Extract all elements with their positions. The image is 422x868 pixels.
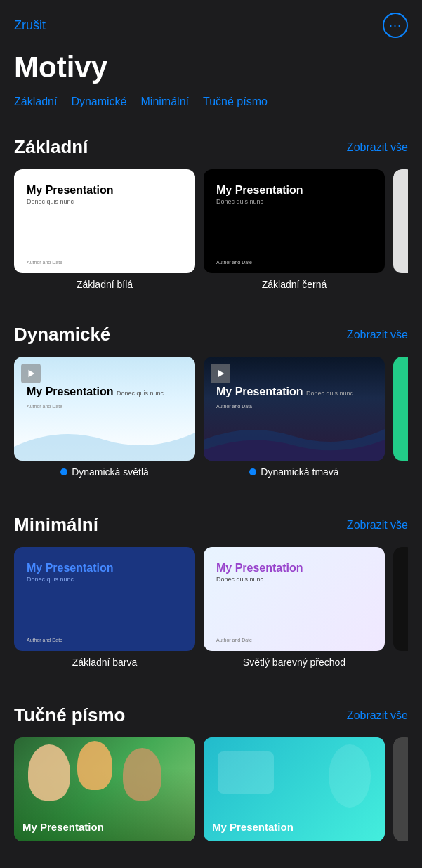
slide-title: My Presentation bbox=[27, 561, 183, 574]
card-tucne-2[interactable]: My Presentation bbox=[204, 737, 385, 841]
slide-title: My Presentation bbox=[216, 561, 372, 574]
section-header-tucne: Tučné písmo Zobrazit vše bbox=[14, 704, 408, 726]
card-label-zakladni-cerna: Základní černá bbox=[262, 279, 327, 290]
card-tucne-1[interactable]: My Presentation bbox=[14, 737, 195, 841]
section-title-dynamicke: Dynamické bbox=[14, 324, 110, 346]
play-icon bbox=[211, 364, 230, 383]
slide-author: Author and Data bbox=[27, 404, 62, 409]
slide-title: My Presentation bbox=[22, 821, 104, 833]
thumb-zakladni-cerna: My Presentation Donec quis nunc Author a… bbox=[204, 169, 385, 273]
section-dynamicke: Dynamické Zobrazit vše My Presentation D… bbox=[0, 310, 422, 490]
slide-subtitle: Donec quis nunc bbox=[216, 576, 372, 583]
more-options-button[interactable]: ··· bbox=[383, 13, 408, 38]
slide-author: Author and Data bbox=[216, 404, 252, 409]
card-partial-dynamicke bbox=[393, 357, 408, 478]
tab-zakladni[interactable]: Základní bbox=[14, 96, 57, 108]
card-zakladni-barva[interactable]: My Presentation Donec quis nunc Author a… bbox=[14, 547, 195, 668]
slide-subtitle: Donec quis nunc bbox=[27, 576, 183, 583]
section-header-zakladni: Základní Zobrazit vše bbox=[14, 136, 408, 158]
section-title-tucne: Tučné písmo bbox=[14, 704, 125, 726]
header: Zrušit ··· bbox=[0, 0, 422, 45]
slide-title: My Presentation bbox=[216, 386, 303, 397]
thumb-svetly-barevny-prechod: My Presentation Donec quis nunc Author a… bbox=[204, 547, 385, 651]
label-text: Dynamická tmavá bbox=[261, 466, 338, 478]
tab-tucne[interactable]: Tučné písmo bbox=[203, 96, 268, 108]
card-label-svetly-barevny-prechod: Světlý barevný přechod bbox=[243, 657, 345, 668]
slide-author: Author and Date bbox=[27, 260, 183, 265]
card-partial-minimalni bbox=[393, 547, 408, 668]
slide-author: Author and Date bbox=[216, 638, 372, 643]
section-minimalni: Minimální Zobrazit vše My Presentation D… bbox=[0, 500, 422, 680]
card-zakladni-bila[interactable]: My Presentation Donec quis nunc Author a… bbox=[14, 169, 195, 290]
category-tabs: Základní Dynamické Minimální Tučné písmo bbox=[0, 96, 422, 122]
thumb-dynamicka-svetla: My Presentation Donec quis nunc Author a… bbox=[14, 357, 195, 461]
tucne-cards-row: My Presentation My Presentation bbox=[14, 737, 408, 847]
slide-title: My Presentation bbox=[27, 386, 114, 397]
slide-title: My Presentation bbox=[27, 183, 183, 197]
show-all-minimalni[interactable]: Zobrazit vše bbox=[347, 519, 408, 532]
cancel-button[interactable]: Zrušit bbox=[14, 18, 46, 33]
dot-tmava bbox=[249, 468, 256, 475]
card-label-dynamicka-svetla: Dynamická světlá bbox=[60, 466, 149, 478]
card-zakladni-cerna[interactable]: My Presentation Donec quis nunc Author a… bbox=[204, 169, 385, 290]
card-partial-zakladni bbox=[393, 169, 408, 290]
slide-author: Author and Date bbox=[27, 638, 183, 643]
thumb-tucne-1: My Presentation bbox=[14, 737, 195, 841]
slide-subtitle: Donec quis nunc bbox=[27, 198, 183, 205]
section-title-minimalni: Minimální bbox=[14, 514, 98, 536]
dynamicke-cards-row: My Presentation Donec quis nunc Author a… bbox=[14, 357, 408, 483]
thumb-zakladni-barva: My Presentation Donec quis nunc Author a… bbox=[14, 547, 195, 651]
slide-title: My Presentation bbox=[216, 183, 372, 197]
show-all-tucne[interactable]: Zobrazit vše bbox=[347, 709, 408, 722]
card-label-zakladni-barva: Základní barva bbox=[72, 657, 138, 668]
svg-marker-0 bbox=[29, 370, 35, 378]
show-all-zakladni[interactable]: Zobrazit vše bbox=[347, 141, 408, 154]
more-icon: ··· bbox=[389, 19, 402, 32]
card-dynamicka-svetla[interactable]: My Presentation Donec quis nunc Author a… bbox=[14, 357, 195, 478]
section-title-zakladni: Základní bbox=[14, 136, 88, 158]
show-all-dynamicke[interactable]: Zobrazit vše bbox=[347, 329, 408, 341]
zakladni-cards-row: My Presentation Donec quis nunc Author a… bbox=[14, 169, 408, 296]
slide-subtitle: Donec quis nunc bbox=[117, 390, 164, 397]
slide-subtitle: Donec quis nunc bbox=[216, 198, 372, 205]
play-icon bbox=[21, 364, 41, 383]
slide-subtitle: Donec quis nunc bbox=[306, 390, 353, 397]
card-label-zakladni-bila: Základní bílá bbox=[77, 279, 133, 290]
svg-marker-1 bbox=[218, 370, 225, 378]
page-title: Motivy bbox=[0, 45, 422, 96]
tab-dynamicke[interactable]: Dynamické bbox=[71, 96, 126, 108]
card-svetly-barevny-prechod[interactable]: My Presentation Donec quis nunc Author a… bbox=[204, 547, 385, 668]
label-text: Dynamická světlá bbox=[72, 466, 149, 478]
section-zakladni: Základní Zobrazit vše My Presentation Do… bbox=[0, 122, 422, 303]
thumb-zakladni-bila: My Presentation Donec quis nunc Author a… bbox=[14, 169, 195, 273]
section-header-dynamicke: Dynamické Zobrazit vše bbox=[14, 324, 408, 346]
thumb-dynamicka-tmava: My Presentation Donec quis nunc Author a… bbox=[204, 357, 385, 461]
thumb-tucne-2: My Presentation bbox=[204, 737, 385, 841]
card-partial-tucne bbox=[393, 737, 408, 841]
section-tucne-pismo: Tučné písmo Zobrazit vše My Presentation bbox=[0, 690, 422, 854]
tab-minimalni[interactable]: Minimální bbox=[141, 96, 189, 108]
slide-title: My Presentation bbox=[212, 821, 294, 833]
section-header-minimalni: Minimální Zobrazit vše bbox=[14, 514, 408, 536]
dot-svetla bbox=[60, 468, 67, 475]
card-dynamicka-tmava[interactable]: My Presentation Donec quis nunc Author a… bbox=[204, 357, 385, 478]
minimalni-cards-row: My Presentation Donec quis nunc Author a… bbox=[14, 547, 408, 673]
card-label-dynamicka-tmava: Dynamická tmavá bbox=[249, 466, 338, 478]
slide-author: Author and Date bbox=[216, 260, 372, 265]
